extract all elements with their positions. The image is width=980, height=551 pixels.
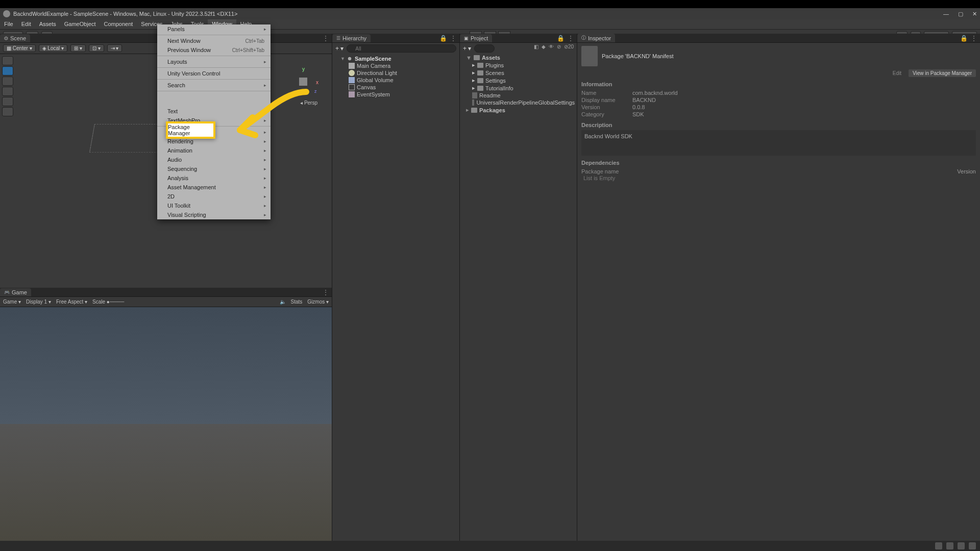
filter-type-icon[interactable]: ◧: [534, 44, 538, 49]
gizmo-y-axis: y: [302, 66, 305, 72]
stats-button[interactable]: Stats: [291, 299, 303, 305]
status-icon[interactable]: [969, 542, 976, 549]
menu-panels[interactable]: Panels▸: [157, 24, 271, 34]
project-lock-icon[interactable]: 🔒: [557, 35, 565, 42]
menu-edit[interactable]: Edit: [17, 19, 35, 29]
gizmo-x-axis: x: [316, 80, 318, 85]
menu-file[interactable]: File: [0, 19, 17, 29]
menu-asset-management[interactable]: Asset Management▸: [157, 183, 271, 192]
project-search[interactable]: [474, 44, 495, 53]
project-tab[interactable]: ▣ Project: [460, 34, 492, 42]
settings-file-icon: [472, 99, 474, 106]
menu-animation[interactable]: Animation▸: [157, 146, 271, 155]
project-file[interactable]: Readme: [460, 92, 577, 99]
panel-menu-icon[interactable]: ⋮: [323, 35, 329, 42]
create-button[interactable]: + ▾: [335, 45, 344, 52]
menubar: File Edit Assets GameObject Component Se…: [0, 19, 980, 30]
maximize-icon[interactable]: ▢: [958, 11, 963, 17]
view-in-pm-button[interactable]: View in Package Manager: [909, 69, 976, 77]
status-icon[interactable]: [946, 542, 953, 549]
packages-folder[interactable]: ▸Packages: [460, 106, 577, 114]
hidden-icon[interactable]: ⊘: [557, 44, 561, 49]
window-title: BackndWorldExample - SampleScene - Windo…: [13, 11, 237, 17]
snap-button[interactable]: ⊡ ▾: [89, 44, 104, 52]
aspect-dropdown[interactable]: Free Aspect ▾: [56, 299, 87, 305]
mute-button[interactable]: 🔈: [280, 299, 286, 305]
menu-audio[interactable]: Audio▸: [157, 155, 271, 164]
menu-search[interactable]: Search▸: [157, 81, 271, 90]
menu-component[interactable]: Component: [100, 19, 137, 29]
game-mode-dropdown[interactable]: Game ▾: [3, 299, 21, 305]
menu-assets[interactable]: Assets: [35, 19, 60, 29]
menu-gameobject[interactable]: GameObject: [60, 19, 100, 29]
hierarchy-menu-icon[interactable]: ⋮: [450, 35, 456, 42]
pivot-center-button[interactable]: ▦ Center ▾: [3, 44, 36, 52]
move-tool[interactable]: [2, 66, 13, 76]
rotate-tool[interactable]: [2, 77, 13, 86]
package-manager-highlight[interactable]: Package Manager: [166, 121, 215, 139]
menu-text[interactable]: Text▸: [157, 107, 271, 116]
inspector-tab[interactable]: ⓘ Inspector: [577, 34, 615, 42]
inspector-lock-icon[interactable]: 🔒: [960, 35, 968, 42]
scale-tool[interactable]: [2, 87, 13, 96]
project-file[interactable]: UniversalRenderPipelineGlobalSettings: [460, 99, 577, 106]
project-folder[interactable]: ▸Scenes: [460, 69, 577, 77]
gizmo-z-axis: z: [314, 89, 317, 94]
menu-next-window[interactable]: Next WindowCtrl+Tab: [157, 36, 271, 45]
menu-visual-scripting[interactable]: Visual Scripting▸: [157, 210, 271, 219]
inspector-tab-row: ⓘ Inspector 🔒 ⋮: [577, 34, 980, 43]
status-icon[interactable]: [958, 542, 965, 549]
menu-uvc[interactable]: Unity Version Control: [157, 69, 271, 78]
increment-button[interactable]: ⇥ ▾: [107, 44, 122, 52]
canvas-icon: [349, 84, 355, 90]
orientation-gizmo[interactable]: y x z: [288, 66, 318, 97]
minimize-icon[interactable]: —: [943, 11, 949, 17]
menu-prev-window[interactable]: Previous WindowCtrl+Shift+Tab: [157, 45, 271, 55]
grid-button[interactable]: ⊞ ▾: [70, 44, 86, 52]
hierarchy-item[interactable]: EventSystem: [332, 91, 459, 98]
hierarchy-item[interactable]: Global Volume: [332, 77, 459, 84]
hierarchy-item[interactable]: Directional Light: [332, 69, 459, 77]
project-create-button[interactable]: + ▾: [463, 45, 471, 52]
game-panel-menu-icon[interactable]: ⋮: [323, 289, 329, 296]
status-icon[interactable]: [935, 542, 942, 549]
gizmos-toggle[interactable]: Gizmos ▾: [307, 299, 329, 305]
project-folder[interactable]: ▸Plugins: [460, 61, 577, 69]
project-folder[interactable]: ▸TutorialInfo: [460, 84, 577, 92]
menu-ui-toolkit[interactable]: UI Toolkit▸: [157, 201, 271, 210]
light-icon: [349, 70, 355, 76]
hierarchy-tab[interactable]: ☰ Hierarchy: [332, 34, 371, 42]
hierarchy-search[interactable]: [347, 44, 456, 53]
hierarchy-item[interactable]: Canvas: [332, 84, 459, 91]
close-icon[interactable]: ✕: [972, 11, 977, 17]
menu-layouts[interactable]: Layouts▸: [157, 57, 271, 66]
rect-tool[interactable]: [2, 97, 13, 106]
inspector-menu-icon[interactable]: ⋮: [971, 35, 977, 42]
menu-2d[interactable]: 2D▸: [157, 192, 271, 201]
desc-heading: Description: [581, 122, 976, 128]
local-button[interactable]: ◈ Local ▾: [39, 44, 67, 52]
view-tool[interactable]: [2, 56, 13, 65]
scene-tab[interactable]: ⏣ Scene: [0, 34, 30, 42]
inspector-title: Package 'BACKND' Manifest: [602, 53, 976, 59]
deps-header-row: Package nameVersion: [581, 168, 976, 175]
scene-root[interactable]: ▼SampleScene: [332, 55, 459, 62]
scale-slider[interactable]: Scale ●────: [92, 299, 124, 305]
info-row: Display nameBACKND: [581, 96, 976, 104]
projection-label[interactable]: ◂ Persp: [300, 100, 317, 106]
lock-icon[interactable]: 🔒: [439, 35, 447, 42]
game-tab[interactable]: 🎮 Game: [0, 288, 31, 296]
display-dropdown[interactable]: Display 1 ▾: [26, 299, 51, 305]
filter-label-icon[interactable]: ◆: [542, 44, 546, 49]
menu-package-manager-label: Package Manager: [168, 124, 213, 136]
transform-tool[interactable]: [2, 107, 13, 116]
project-menu-icon[interactable]: ⋮: [568, 35, 574, 42]
menu-analysis[interactable]: Analysis▸: [157, 173, 271, 183]
visibility-icon[interactable]: 👁: [549, 44, 554, 49]
menu-sequencing[interactable]: Sequencing▸: [157, 164, 271, 173]
edit-button[interactable]: Edit: [889, 69, 905, 77]
assets-folder[interactable]: ▼Assets: [460, 54, 577, 61]
hierarchy-item[interactable]: Main Camera: [332, 62, 459, 69]
info-row: Namecom.backnd.world: [581, 89, 976, 96]
project-folder[interactable]: ▸Settings: [460, 77, 577, 84]
